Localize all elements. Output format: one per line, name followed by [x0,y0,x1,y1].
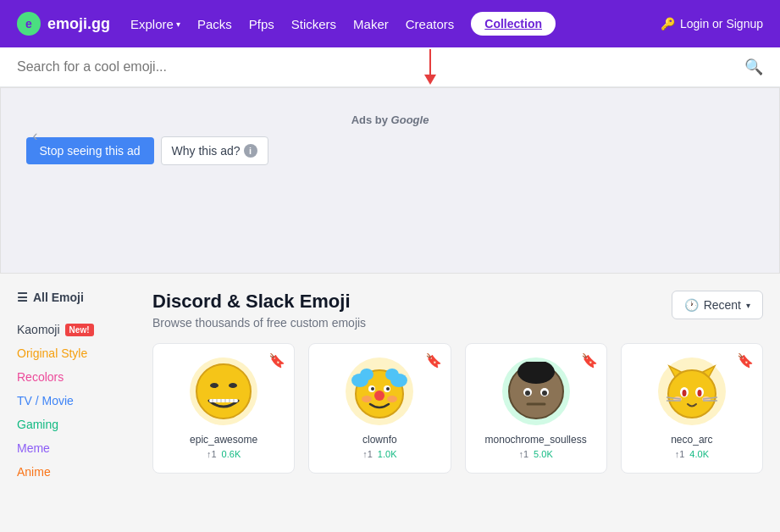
emoji-image-1 [346,357,413,425]
sidebar-item-tv[interactable]: TV / Movie [17,389,136,413]
emoji-name-3: neco_arc [635,434,749,446]
logo[interactable]: e emoji.gg [17,12,110,36]
bookmark-icon[interactable]: 🔖 [268,352,285,369]
sidebar-item-meme[interactable]: Meme [17,436,136,460]
sidebar-item-gaming[interactable]: Gaming [17,413,136,436]
emoji-image-0 [190,357,257,425]
ad-wrapper: ‹ Ads by Google Stop seeing this ad Why … [26,105,755,165]
sidebar-item-original[interactable]: Original Style [17,341,136,365]
creators-arrow-container: Creators [406,17,455,31]
ad-section: ‹ Ads by Google Stop seeing this ad Why … [0,87,780,274]
stop-ad-button[interactable]: Stop seeing this ad [26,137,154,164]
nav-collection[interactable]: Collection [471,12,556,36]
logo-text: emoji.gg [47,15,110,33]
back-arrow-icon[interactable]: ‹ [33,126,38,144]
search-bar: 🔍 [0,47,780,87]
bookmark-icon[interactable]: 🔖 [581,352,598,369]
section-subtitle: Browse thousands of free custom emojis [152,316,366,330]
bookmark-icon[interactable]: 🔖 [425,352,442,369]
nav-explore[interactable]: Explore ▾ [130,17,180,31]
svg-point-0 [196,364,251,418]
svg-point-35 [697,390,701,396]
nav-maker[interactable]: Maker [353,17,389,31]
annotation-arrow [424,49,436,85]
header: e emoji.gg Explore ▾ Packs Pfps Stickers… [0,0,780,47]
main-nav: Explore ▾ Packs Pfps Stickers Maker Crea… [130,12,640,36]
emoji-stats-3: ↑1 4.0K [635,449,749,459]
svg-point-20 [362,396,372,402]
svg-point-14 [385,369,399,380]
section-header: Discord & Slack Emoji Browse thousands o… [152,291,763,330]
why-ad-button[interactable]: Why this ad? i [161,136,268,165]
svg-point-21 [387,396,397,402]
bookmark-icon[interactable]: 🔖 [737,352,754,369]
svg-point-15 [374,391,384,401]
sidebar-item-anime[interactable]: Anime [17,460,136,484]
clock-icon: 🕐 [684,298,699,312]
nav-creators[interactable]: Creators [406,17,455,31]
emoji-grid: 🔖 epic_a [152,343,763,474]
main-content: ☰ All Emoji Kaomoji New! Original Style … [0,274,780,501]
emoji-card-1[interactable]: 🔖 [308,343,451,474]
ads-by-google-label: Ads by Google [26,114,755,126]
svg-point-34 [682,390,686,396]
nav-packs[interactable]: Packs [197,17,232,31]
emoji-stats-1: ↑1 1.0K [323,449,436,459]
svg-point-26 [525,391,530,396]
key-icon: 🔑 [661,17,675,30]
sidebar-item-recolors[interactable]: Recolors [17,365,136,389]
emoji-card-3[interactable]: 🔖 [621,343,763,474]
ad-buttons: Stop seeing this ad Why this ad? i [26,136,755,165]
svg-point-19 [386,387,390,391]
search-input[interactable] [17,59,744,75]
svg-point-2 [229,383,237,388]
emoji-stats-0: ↑1 0.6K [167,449,280,459]
nav-pfps[interactable]: Pfps [249,17,274,31]
logo-icon: e [17,12,41,36]
emoji-name-0: epic_awesome [167,434,280,446]
svg-point-1 [210,383,219,388]
search-icon[interactable]: 🔍 [744,58,763,76]
sidebar: ☰ All Emoji Kaomoji New! Original Style … [17,291,136,484]
sidebar-item-kaomoji[interactable]: Kaomoji New! [17,318,136,341]
emoji-name-2: monochrome_soulless [479,434,593,446]
svg-point-27 [542,391,547,396]
info-icon: i [244,144,257,158]
emoji-card-0[interactable]: 🔖 epic_a [152,343,295,474]
emoji-stats-2: ↑1 5.0K [479,449,593,459]
chevron-down-icon: ▾ [746,301,750,310]
emoji-image-2 [502,357,570,425]
sidebar-title: ☰ All Emoji [17,291,136,304]
emoji-image-3 [658,357,726,425]
login-signup[interactable]: 🔑 Login or Signup [661,17,763,30]
section-title: Discord & Slack Emoji [152,291,366,313]
svg-point-18 [371,387,374,391]
recent-button[interactable]: 🕐 Recent ▾ [672,291,763,319]
svg-point-13 [360,369,373,380]
hamburger-icon: ☰ [17,291,28,304]
emoji-card-2[interactable]: 🔖 monochrome_soulless [465,343,607,474]
nav-stickers[interactable]: Stickers [291,17,336,31]
emoji-name-1: clownfo [323,434,436,446]
chevron-down-icon: ▾ [176,19,180,29]
section-info: Discord & Slack Emoji Browse thousands o… [152,291,366,330]
new-badge: New! [65,324,94,336]
content-area: Discord & Slack Emoji Browse thousands o… [152,291,763,484]
